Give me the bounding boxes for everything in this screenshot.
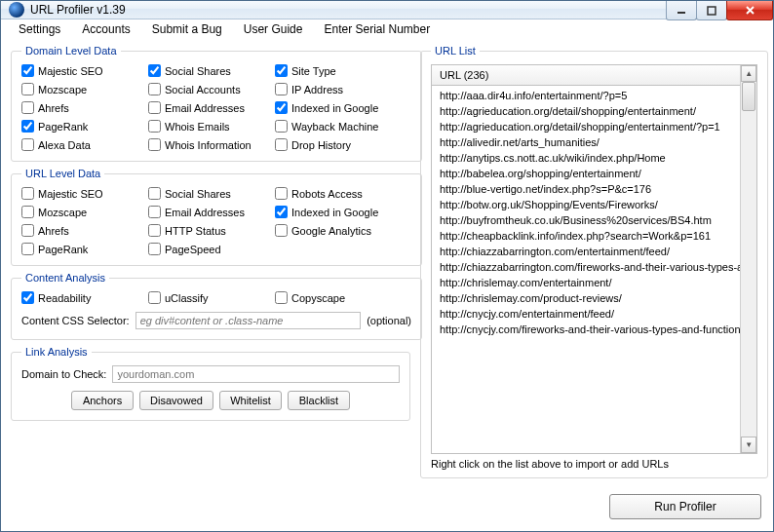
url-list-body[interactable]: http://aaa.dir4u.info/entertainment/?p=5…: [432, 86, 756, 453]
domain-whois-information[interactable]: Whois Information: [148, 138, 275, 151]
url-robots-access[interactable]: Robots Access: [275, 187, 411, 200]
domain-alexa-data[interactable]: Alexa Data: [21, 138, 148, 151]
url-list-item[interactable]: http://agrieducation.org/detail/shopping…: [432, 119, 756, 134]
menu-submit-bug[interactable]: Submit a Bug: [142, 19, 232, 39]
maximize-button[interactable]: [696, 1, 727, 20]
domain-drop-history[interactable]: Drop History: [275, 138, 411, 151]
scroll-up-button[interactable]: ▲: [741, 65, 756, 82]
minimize-button[interactable]: [666, 1, 697, 20]
domain-alexa-data-checkbox[interactable]: [21, 138, 34, 151]
url-pagerank[interactable]: PageRank: [21, 243, 148, 255]
url-list-item[interactable]: http://cheapbacklink.info/index.php?sear…: [432, 228, 756, 244]
url-email-addresses[interactable]: Email Addresses: [148, 206, 275, 218]
domain-whois-emails-checkbox[interactable]: [148, 120, 161, 133]
domain-ip-address-checkbox[interactable]: [275, 83, 288, 95]
url-robots-access-checkbox[interactable]: [275, 187, 288, 200]
url-pagespeed-label: PageSpeed: [165, 244, 221, 255]
content-uclassify-checkbox[interactable]: [148, 291, 161, 304]
domain-pagerank-checkbox[interactable]: [21, 120, 34, 133]
url-list-item[interactable]: http://babelea.org/shopping/entertainmen…: [432, 166, 756, 181]
domain-social-shares[interactable]: Social Shares: [148, 64, 275, 77]
url-email-addresses-checkbox[interactable]: [148, 206, 161, 218]
url-list-item[interactable]: http://cnycjy.com/fireworks-and-their-va…: [432, 322, 756, 337]
menu-enter-serial[interactable]: Enter Serial Number: [314, 19, 440, 39]
url-majestic-seo[interactable]: Majestic SEO: [21, 187, 148, 200]
url-ahrefs[interactable]: Ahrefs: [21, 224, 148, 237]
url-social-shares[interactable]: Social Shares: [148, 187, 275, 200]
anchors-button[interactable]: Anchors: [71, 391, 134, 410]
domain-indexed-in-google-checkbox[interactable]: [275, 101, 288, 114]
url-mozscape-checkbox[interactable]: [21, 206, 34, 218]
url-indexed-in-google-checkbox[interactable]: [275, 206, 288, 218]
url-list-item[interactable]: http://chiazzabarrington.com/entertainme…: [432, 244, 756, 259]
close-icon: [745, 5, 755, 16]
content-copyscape[interactable]: Copyscape: [275, 291, 411, 304]
domain-mozscape[interactable]: Mozscape: [21, 83, 148, 95]
domain-indexed-in-google[interactable]: Indexed in Google: [275, 101, 411, 114]
domain-social-shares-checkbox[interactable]: [148, 64, 161, 77]
close-button[interactable]: [726, 1, 773, 20]
css-selector-input[interactable]: [135, 312, 361, 329]
url-list-item[interactable]: http://chiazzabarrington.com/fireworks-a…: [432, 259, 756, 275]
domain-social-accounts-checkbox[interactable]: [148, 83, 161, 95]
menu-settings[interactable]: Settings: [9, 19, 70, 39]
url-list-header[interactable]: URL (236): [432, 65, 756, 86]
url-list-item[interactable]: http://agrieducation.org/detail/shopping…: [432, 103, 756, 119]
url-google-analytics-checkbox[interactable]: [275, 224, 288, 237]
url-social-shares-label: Social Shares: [165, 188, 231, 200]
domain-drop-history-checkbox[interactable]: [275, 138, 288, 151]
domain-ahrefs[interactable]: Ahrefs: [21, 101, 148, 114]
url-http-status[interactable]: HTTP Status: [148, 224, 275, 237]
url-pagerank-checkbox[interactable]: [21, 243, 34, 255]
content-copyscape-checkbox[interactable]: [275, 291, 288, 304]
domain-ahrefs-checkbox[interactable]: [21, 101, 34, 114]
domain-majestic-seo[interactable]: Majestic SEO: [21, 64, 148, 77]
domain-social-accounts[interactable]: Social Accounts: [148, 83, 275, 95]
run-profiler-button[interactable]: Run Profiler: [609, 494, 761, 519]
whitelist-button[interactable]: Whitelist: [219, 391, 282, 410]
url-list-item[interactable]: http://anytips.cs.nott.ac.uk/wiki/index.…: [432, 150, 756, 166]
url-list-item[interactable]: http://alivedir.net/arts_humanities/: [432, 134, 756, 150]
domain-whois-information-checkbox[interactable]: [148, 138, 161, 151]
content-readability-checkbox[interactable]: [21, 291, 34, 304]
menu-accounts[interactable]: Accounts: [72, 19, 139, 39]
vertical-scrollbar[interactable]: ▲ ▼: [740, 65, 756, 453]
url-indexed-in-google[interactable]: Indexed in Google: [275, 206, 411, 218]
domain-check-input[interactable]: [112, 365, 400, 383]
domain-email-addresses[interactable]: Email Addresses: [148, 101, 275, 114]
url-pagespeed-checkbox[interactable]: [148, 243, 161, 255]
disavowed-button[interactable]: Disavowed: [139, 391, 213, 410]
url-list-item[interactable]: http://buyfromtheuk.co.uk/Business%20ser…: [432, 212, 756, 228]
content-readability[interactable]: Readability: [21, 291, 148, 304]
domain-site-type[interactable]: Site Type: [275, 64, 411, 77]
url-list-item[interactable]: http://blue-vertigo.net/index.php?s=P&c=…: [432, 181, 756, 197]
url-list-item[interactable]: http://chrislemay.com/product-reviews/: [432, 290, 756, 306]
url-http-status-checkbox[interactable]: [148, 224, 161, 237]
url-list-item[interactable]: http://botw.org.uk/Shopping/Events/Firew…: [432, 197, 756, 212]
domain-majestic-seo-checkbox[interactable]: [21, 64, 34, 77]
url-pagespeed[interactable]: PageSpeed: [148, 243, 275, 255]
url-mozscape[interactable]: Mozscape: [21, 206, 148, 218]
content-uclassify[interactable]: uClassify: [148, 291, 275, 304]
url-list-item[interactable]: http://cnycjy.com/entertainment/feed/: [432, 306, 756, 322]
url-social-shares-checkbox[interactable]: [148, 187, 161, 200]
url-google-analytics[interactable]: Google Analytics: [275, 224, 411, 237]
scroll-down-button[interactable]: ▼: [741, 437, 756, 453]
domain-email-addresses-checkbox[interactable]: [148, 101, 161, 114]
domain-ip-address[interactable]: IP Address: [275, 83, 411, 95]
url-ahrefs-checkbox[interactable]: [21, 224, 34, 237]
domain-wayback-machine-checkbox[interactable]: [275, 120, 288, 133]
url-list-box[interactable]: URL (236) http://aaa.dir4u.info/entertai…: [431, 64, 757, 454]
domain-pagerank[interactable]: PageRank: [21, 120, 148, 133]
domain-site-type-checkbox[interactable]: [275, 64, 288, 77]
menu-user-guide[interactable]: User Guide: [234, 19, 313, 39]
domain-whois-emails[interactable]: Whois Emails: [148, 120, 275, 133]
scroll-thumb[interactable]: [742, 82, 755, 111]
domain-wayback-machine[interactable]: Wayback Machine: [275, 120, 411, 133]
url-majestic-seo-checkbox[interactable]: [21, 187, 34, 200]
scroll-track[interactable]: [741, 82, 756, 437]
url-list-item[interactable]: http://chrislemay.com/entertainment/: [432, 275, 756, 290]
blacklist-button[interactable]: Blacklist: [288, 391, 350, 410]
domain-mozscape-checkbox[interactable]: [21, 83, 34, 95]
url-list-item[interactable]: http://aaa.dir4u.info/entertainment/?p=5: [432, 88, 756, 103]
